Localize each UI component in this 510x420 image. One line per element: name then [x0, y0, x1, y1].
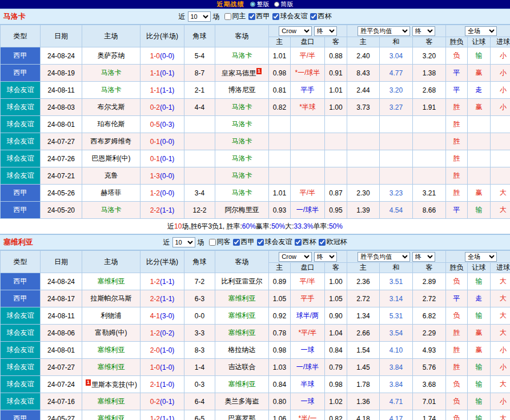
filter-西甲[interactable]: 西甲: [233, 237, 255, 247]
date-cell: 24-08-24: [41, 273, 82, 290]
recent-count-select[interactable]: 10: [172, 237, 195, 247]
fulltime-score: 1-2: [150, 189, 160, 197]
odds-home-cell: 1.05: [269, 290, 291, 307]
sub-odds-away-header: 客: [325, 37, 347, 47]
filter-checkbox[interactable]: [248, 13, 255, 20]
avg-final-select[interactable]: 终: [412, 26, 435, 36]
filter-西杯[interactable]: 西杯: [295, 237, 316, 247]
filter-同主[interactable]: 同主: [224, 11, 246, 21]
fulltime-score: 0-1: [150, 138, 160, 146]
away-team-cell: 马洛卡: [215, 99, 269, 116]
score-cell: 0-2(0-1): [140, 99, 184, 116]
filter-checkbox[interactable]: [209, 239, 216, 246]
avg-away-cell: 2.89: [413, 273, 446, 290]
filter-同客[interactable]: 同客: [209, 237, 231, 247]
team-name: 马洛卡: [232, 51, 252, 59]
handicap-result-cell: 输: [468, 359, 491, 376]
team-name: 塞维利亚: [228, 311, 256, 319]
corners-cell: 5-4: [184, 47, 215, 65]
col-away-header: 客场: [215, 25, 269, 47]
team-name: 马洛卡: [101, 69, 122, 77]
avg-draw-cell: 3.54: [380, 325, 413, 342]
version-radio[interactable]: [274, 2, 279, 7]
page-title: 近期战绩: [217, 1, 244, 7]
odds-final-select[interactable]: 终: [314, 252, 337, 262]
version-option-0[interactable]: 整版: [250, 1, 270, 7]
filter-label: 西甲: [256, 11, 270, 21]
filter-欧冠杯[interactable]: 欧冠杯: [319, 237, 347, 247]
summary-segment: 近: [167, 222, 174, 231]
filter-checkbox[interactable]: [310, 13, 317, 20]
scope-select[interactable]: 全场: [465, 26, 497, 36]
odds-final-select[interactable]: 终: [314, 26, 337, 36]
col-date-header: 日期: [41, 25, 82, 47]
odds-home-cell: 0.81: [269, 82, 291, 99]
version-radio[interactable]: [250, 2, 255, 7]
avg-odds-select[interactable]: 胜平负均值: [358, 26, 410, 36]
team-name: 奥兰多海盗: [225, 397, 259, 405]
filter-checkbox[interactable]: [233, 239, 240, 246]
odds-source-select[interactable]: Crow: [279, 252, 312, 262]
away-team-cell: 比利亚雷亚尔: [215, 273, 269, 290]
team-name: 塞维利亚: [228, 294, 256, 302]
odds-source-select[interactable]: Crow: [279, 26, 312, 36]
handicap-result-cell: 赢: [468, 325, 491, 342]
filter-label: 欧冠杯: [327, 237, 347, 247]
version-option-1[interactable]: 简版: [274, 1, 294, 7]
filters-row: 近 10 场 同客西甲球会友谊西杯欧冠杯: [163, 237, 347, 247]
match-row: 西甲24-08-24奥萨苏纳1-0(0-0)5-4马洛卡1.01平/半0.882…: [1, 47, 510, 65]
avg-home-cell: 4.18: [347, 410, 380, 420]
scope-select[interactable]: 全场: [465, 252, 497, 262]
fulltime-score: 0-2: [150, 103, 160, 111]
date-cell: 24-08-01: [41, 116, 82, 133]
filter-checkbox[interactable]: [257, 239, 264, 246]
avg-odds-select[interactable]: 胜平负均值: [358, 252, 410, 262]
handicap-cell: [291, 150, 325, 167]
avg-final-select[interactable]: 终: [412, 252, 435, 262]
version-label: 简版: [281, 1, 294, 7]
matches-table-wrap: 类型 日期 主场 比分(半场) 角球 客场 Crow 终 胜平负均值 终: [0, 250, 510, 420]
halftime-score: (0-1): [160, 69, 174, 77]
filter-西甲[interactable]: 西甲: [248, 11, 270, 21]
league-cell: 球会友谊: [1, 307, 41, 325]
match-row: 球会友谊24-08-06富勒姆(中)1-2(0-2)3-3塞维利亚0.78*平/…: [1, 325, 510, 342]
recent-count-select[interactable]: 10: [188, 11, 211, 22]
team-name: 巴恩斯利(中): [92, 154, 131, 162]
corners-cell: 7-2: [184, 273, 215, 290]
filter-checkbox[interactable]: [224, 13, 231, 20]
table-header-group-row: 类型 日期 主场 比分(半场) 角球 客场 Crow 终 胜平负均值 终: [1, 25, 510, 37]
filter-球会友谊[interactable]: 球会友谊: [257, 237, 292, 247]
league-cell: 球会友谊: [1, 150, 41, 167]
handicap-cell: *半/一: [291, 410, 325, 420]
outcome-cell: 平: [446, 202, 468, 219]
fulltime-score: 2-2: [150, 206, 160, 214]
away-team-cell: 阿尔梅里亚: [215, 202, 269, 219]
away-team-cell: 塞维利亚: [215, 290, 269, 307]
avg-away-cell: 6.82: [413, 307, 446, 325]
filter-球会友谊[interactable]: 球会友谊: [272, 11, 308, 21]
odds-away-cell: 0.88: [325, 47, 347, 65]
handicap-result-cell: 输: [468, 393, 491, 410]
odds-away-cell: 0.95: [325, 202, 347, 219]
team-name: 格拉纳达: [228, 346, 256, 354]
corners-cell: 4-4: [184, 99, 215, 116]
summary-segment: 赢率:: [256, 222, 271, 231]
odds-home-cell: 0.78: [269, 325, 291, 342]
odds-away-cell: 0.91: [325, 65, 347, 82]
filter-西杯[interactable]: 西杯: [310, 11, 332, 21]
away-team-cell: 马洛卡: [215, 133, 269, 150]
match-row: 球会友谊24-08-01珀布伦斯0-5(0-3)马洛卡胜: [1, 116, 510, 133]
team-title: 塞维利亚: [0, 237, 33, 247]
avg-draw-cell: 3.51: [380, 273, 413, 290]
avg-away-cell: 3.20: [413, 47, 446, 65]
avg-away-cell: [413, 116, 446, 133]
avg-home-cell: 2.44: [347, 82, 380, 99]
sub-handicap-header: 盘口: [291, 37, 325, 47]
filter-checkbox[interactable]: [319, 239, 326, 246]
filter-checkbox[interactable]: [272, 13, 279, 20]
odds-home-cell: 0.93: [269, 202, 291, 219]
home-team-cell: 布尔戈斯: [82, 99, 140, 116]
match-row: 西甲24-08-19马洛卡1-1(0-1)8-7皇家马德里10.98*一/球半0…: [1, 65, 510, 82]
filter-checkbox[interactable]: [295, 239, 302, 246]
goals-cell: 大: [491, 325, 510, 342]
